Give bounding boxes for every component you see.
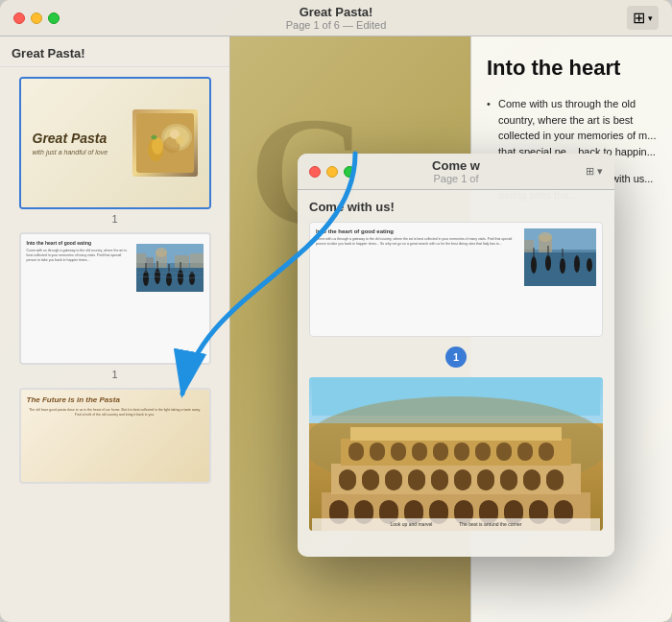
svg-point-36 [574, 255, 580, 273]
close-button[interactable] [13, 12, 25, 24]
sidebar: Great Pasta! Great Pasta with just a han… [0, 36, 230, 622]
popup-title: Come w [432, 158, 480, 173]
svg-rect-74 [517, 443, 533, 461]
slide-thumbnail-3[interactable]: The Future is in the Pasta The old have … [19, 388, 211, 484]
svg-point-34 [545, 255, 551, 271]
main-window: Great Pasta! Page 1 of 6 — Edited ⊞ ▾ Gr… [0, 0, 672, 622]
bullet-item-1: Come with us through the old country, wh… [487, 96, 657, 159]
slide2-image [136, 244, 204, 292]
svg-rect-62 [500, 469, 517, 490]
popup-traffic-lights [309, 166, 355, 178]
popup-subtitle: Page 1 of [433, 173, 478, 184]
slide3-body: The old have good pasta close to us in t… [27, 408, 204, 419]
svg-rect-14 [190, 253, 204, 268]
slide1-subtitle: with just a handful of love [33, 149, 132, 156]
slide-thumb-container-3: The Future is in the Pasta The old have … [8, 388, 222, 484]
svg-rect-56 [362, 469, 379, 490]
svg-rect-70 [433, 443, 448, 461]
chevron-down-icon: ▾ [648, 13, 653, 23]
slide1-text: Great Pasta with just a handful of love [33, 131, 132, 156]
svg-rect-28 [524, 228, 596, 250]
slide1-content: Great Pasta with just a handful of love [21, 79, 209, 207]
popup-thumb-image [524, 228, 596, 286]
svg-rect-59 [431, 469, 448, 490]
colosseum-caption: Look up and marvel The best is around th… [309, 521, 603, 527]
svg-rect-72 [475, 443, 491, 461]
slide2-title: Into the heart of good eating [27, 240, 132, 246]
svg-rect-67 [370, 443, 385, 461]
slide-thumbnails: Great Pasta with just a handful of love [0, 67, 229, 493]
svg-rect-58 [408, 469, 425, 490]
popup-title-area: Come w Page 1 of [432, 158, 480, 184]
svg-rect-13 [175, 255, 189, 268]
svg-rect-66 [348, 443, 364, 461]
slide3-content: The Future is in the Pasta The old have … [21, 390, 209, 482]
svg-rect-61 [477, 469, 494, 490]
svg-point-17 [143, 271, 149, 286]
slide-number-2: 1 [111, 369, 117, 380]
svg-rect-29 [524, 240, 534, 252]
colosseum-image: Look up and marvel The best is around th… [309, 377, 603, 531]
popup-chevron-icon: ▾ [597, 165, 603, 178]
popup-close-button[interactable] [309, 166, 321, 178]
popup-thumb-title: Into the heart of good eating [316, 228, 519, 234]
svg-rect-64 [546, 469, 564, 490]
popup-maximize-button[interactable] [344, 166, 355, 178]
svg-point-35 [560, 258, 565, 274]
sidebar-header: Great Pasta! [0, 36, 229, 67]
view-toggle-button[interactable]: ⊞ ▾ [627, 6, 659, 30]
popup-thumb-text: Into the heart of good eating Come with … [316, 228, 519, 330]
svg-point-6 [152, 137, 163, 155]
slide-thumbnail-2[interactable]: Into the heart of good eating Come with … [19, 232, 211, 365]
svg-point-20 [178, 270, 183, 285]
main-titlebar: Great Pasta! Page 1 of 6 — Edited ⊞ ▾ [0, 0, 672, 36]
svg-rect-63 [523, 469, 540, 490]
window-title-area: Great Pasta! Page 1 of 6 — Edited [286, 5, 387, 31]
popup-section-title: Come with us! [309, 200, 603, 214]
slide1-title: Great Pasta [33, 131, 132, 147]
slide-thumb-container-1: Great Pasta with just a handful of love [8, 77, 222, 225]
popup-window: Come w Page 1 of ⊞ ▾ Come with us! Into … [298, 154, 614, 557]
svg-rect-76 [350, 427, 562, 441]
view-toggle-icon: ⊞ [633, 9, 645, 27]
svg-rect-57 [385, 469, 402, 490]
maximize-button[interactable] [48, 12, 60, 24]
page-dot: 1 [445, 347, 467, 368]
minimize-button[interactable] [31, 12, 42, 24]
slide3-title: The Future is in the Pasta [27, 395, 120, 404]
svg-rect-69 [412, 443, 427, 461]
slide-thumb-container-2: Into the heart of good eating Come with … [8, 232, 222, 380]
svg-rect-60 [454, 469, 471, 490]
popup-view-button[interactable]: ⊞ ▾ [586, 165, 603, 178]
window-title: Great Pasta! [300, 5, 373, 19]
slide2-text: Into the heart of good eating Come with … [27, 240, 132, 357]
popup-thumb-body: Come with us through a gateway to the ol… [316, 237, 519, 248]
svg-point-31 [539, 232, 552, 242]
window-subtitle: Page 1 of 6 — Edited [286, 19, 387, 31]
svg-point-19 [166, 273, 172, 286]
slide2-body: Come with us through a gateway to the ol… [27, 249, 132, 263]
svg-rect-71 [454, 443, 469, 461]
popup-view-icon: ⊞ [586, 165, 594, 178]
popup-slide-thumb: Into the heart of good eating Come with … [309, 222, 603, 337]
popup-page-indicator: 1 [309, 347, 603, 368]
svg-point-4 [176, 136, 183, 144]
slide-thumbnail-1[interactable]: Great Pasta with just a handful of love [19, 77, 211, 209]
svg-rect-68 [391, 443, 406, 461]
popup-titlebar: Come w Page 1 of ⊞ ▾ [298, 154, 614, 190]
svg-rect-73 [496, 443, 512, 461]
content-heading: Into the heart [487, 56, 657, 81]
svg-rect-9 [136, 253, 146, 268]
popup-content: Come with us! Into the heart of good eat… [298, 190, 614, 540]
svg-point-33 [531, 256, 537, 274]
traffic-lights [13, 12, 60, 24]
popup-minimize-button[interactable] [326, 166, 338, 178]
svg-rect-75 [539, 443, 554, 461]
svg-point-37 [587, 258, 592, 272]
slide1-image [132, 109, 198, 177]
slide-number-1: 1 [111, 213, 117, 225]
svg-rect-55 [339, 469, 356, 490]
svg-point-12 [156, 248, 167, 257]
svg-rect-10 [146, 257, 154, 268]
slide2-content: Into the heart of good eating Come with … [21, 234, 209, 363]
